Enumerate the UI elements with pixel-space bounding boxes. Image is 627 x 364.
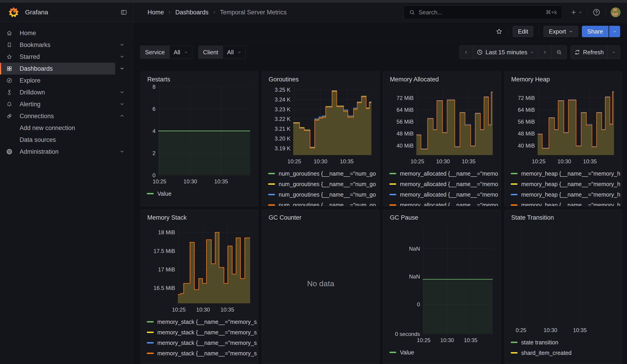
sidebar-item-connections[interactable]: Connections bbox=[0, 110, 115, 122]
legend-item[interactable]: num_goroutines {__name__="num_go bbox=[268, 179, 373, 189]
chevron-down-icon[interactable] bbox=[119, 66, 124, 71]
svg-text:10:35: 10:35 bbox=[220, 307, 234, 313]
legend-item[interactable]: memory_stack {__name__="memory_s bbox=[147, 348, 252, 359]
brand-label[interactable]: Grafana bbox=[25, 9, 48, 16]
add-button[interactable] bbox=[571, 9, 582, 15]
chevron-down-icon[interactable] bbox=[119, 149, 124, 154]
legend-item[interactable]: memory_stack {__name__="memory_s bbox=[147, 338, 252, 348]
sidebar-item-dashboards[interactable]: Dashboards bbox=[0, 63, 115, 75]
legend-item[interactable]: num_goroutines {__name__="num_go bbox=[268, 168, 373, 179]
legend-label: Value bbox=[157, 190, 171, 197]
chevron-down-icon[interactable] bbox=[119, 54, 124, 59]
memory-heap-chart[interactable]: 40 MiB48 MiB56 MiB64 MiB72 MiB10:2510:30… bbox=[511, 85, 616, 165]
legend-item[interactable]: num_goroutines {__name__="num_go bbox=[268, 189, 373, 200]
no-data-area: No data bbox=[268, 223, 373, 344]
help-button[interactable] bbox=[593, 8, 600, 16]
legend-item[interactable]: shard_item_created bbox=[511, 348, 616, 358]
service-variable-value[interactable]: All bbox=[170, 46, 192, 59]
chevron-up-icon[interactable] bbox=[119, 113, 124, 118]
sidebar-item-drilldown[interactable]: Drilldown bbox=[0, 86, 115, 98]
legend-item[interactable]: state transition bbox=[511, 337, 616, 348]
svg-text:10:35: 10:35 bbox=[340, 158, 354, 164]
zoom-out-button[interactable] bbox=[551, 46, 567, 59]
time-shift-back-button[interactable] bbox=[460, 46, 473, 59]
panel-title[interactable]: GC Pause bbox=[390, 214, 495, 221]
chevron-down-icon[interactable] bbox=[119, 42, 124, 47]
share-button[interactable]: Share bbox=[582, 26, 609, 37]
sidebar-item-administration[interactable]: Administration bbox=[0, 146, 115, 157]
client-variable: Client All bbox=[198, 46, 246, 59]
panel-title[interactable]: Goroutines bbox=[268, 76, 373, 83]
state-transition-chart[interactable]: 0:2510:3010:35 bbox=[511, 223, 616, 334]
time-range-picker[interactable]: Last 15 minutes bbox=[473, 46, 538, 59]
legend-color-dash bbox=[389, 173, 396, 174]
panel-title[interactable]: Memory Heap bbox=[511, 76, 616, 83]
legend-item[interactable]: memory_allocated {__name__="memo bbox=[389, 189, 495, 200]
legend-color-dash bbox=[511, 173, 518, 174]
export-label: Export bbox=[549, 28, 566, 35]
dashboards-grid-icon bbox=[6, 66, 12, 72]
sidebar-item-starred[interactable]: Starred bbox=[0, 51, 115, 63]
legend-color-dash bbox=[511, 352, 518, 354]
chevron-down-icon[interactable] bbox=[119, 90, 124, 95]
legend-item[interactable]: num_goroutines {__name__="num_go bbox=[268, 200, 373, 206]
grafana-logo-icon[interactable] bbox=[8, 6, 20, 18]
svg-text:10:30: 10:30 bbox=[314, 158, 327, 164]
legend-item[interactable]: Value bbox=[389, 347, 495, 358]
sidebar-item-alerting[interactable]: Alerting bbox=[0, 98, 115, 110]
svg-text:10:30: 10:30 bbox=[436, 158, 450, 164]
legend-label: Value bbox=[400, 349, 414, 356]
share-menu-button[interactable] bbox=[609, 26, 620, 37]
legend-item[interactable]: memory_heap {__name__="memory_h bbox=[511, 189, 616, 200]
svg-text:0: 0 bbox=[417, 301, 420, 308]
time-shift-forward-button[interactable] bbox=[538, 46, 551, 59]
home-icon bbox=[6, 30, 12, 36]
legend-label: num_goroutines {__name__="num_go bbox=[279, 170, 376, 177]
legend-item[interactable]: memory_allocated {__name__="memo bbox=[389, 200, 495, 206]
panel-legend: Value bbox=[147, 188, 252, 199]
svg-text:64 MiB: 64 MiB bbox=[397, 107, 414, 113]
sidebar-item-bookmarks[interactable]: Bookmarks bbox=[0, 39, 115, 51]
legend-label: memory_heap {__name__="memory_h bbox=[521, 202, 620, 207]
legend-item[interactable]: memory_stack {__name__="memory_s bbox=[147, 316, 252, 327]
legend-item[interactable]: Value bbox=[147, 188, 252, 199]
search-input[interactable]: Search... ⌘+k bbox=[404, 5, 562, 19]
breadcrumb-home[interactable]: Home bbox=[148, 9, 164, 16]
legend-item[interactable]: memory_allocated {__name__="memo bbox=[389, 179, 495, 189]
client-variable-value[interactable]: All bbox=[223, 46, 246, 59]
legend-color-dash bbox=[389, 194, 396, 195]
panel-title[interactable]: Restarts bbox=[147, 76, 252, 83]
dock-sidebar-icon[interactable] bbox=[120, 9, 127, 16]
edit-button[interactable]: Edit bbox=[513, 26, 533, 37]
svg-text:10:25: 10:25 bbox=[172, 307, 186, 313]
memory-allocated-chart[interactable]: 40 MiB48 MiB56 MiB64 MiB72 MiB10:2510:30… bbox=[389, 85, 495, 165]
panel-title[interactable]: Memory Allocated bbox=[390, 76, 495, 83]
svg-text:16.5 MiB: 16.5 MiB bbox=[154, 285, 175, 291]
sidebar-item-add-new-connection[interactable]: Add new connection bbox=[0, 122, 115, 134]
legend-item[interactable]: memory_stack {__name__="memory_s bbox=[147, 327, 252, 338]
legend-item[interactable]: memory_heap {__name__="memory_h bbox=[511, 168, 616, 179]
sidebar-item-home[interactable]: Home bbox=[0, 27, 115, 39]
dashboard-content: Edit Export Share Service All bbox=[133, 22, 627, 364]
legend-item[interactable]: memory_allocated {__name__="memo bbox=[389, 168, 495, 179]
svg-text:3.20 K: 3.20 K bbox=[275, 135, 290, 142]
goroutines-chart[interactable]: 3.19 K3.20 K3.21 K3.22 K3.23 K3.24 K3.25… bbox=[268, 85, 373, 165]
user-avatar[interactable] bbox=[611, 7, 621, 17]
legend-item[interactable]: memory_heap {__name__="memory_h bbox=[511, 179, 616, 189]
search-icon bbox=[409, 9, 415, 15]
refresh-interval-button[interactable] bbox=[607, 46, 620, 59]
favorite-star-icon[interactable] bbox=[496, 28, 503, 35]
panel-title[interactable]: State Transition bbox=[511, 214, 616, 221]
legend-item[interactable]: memory_heap {__name__="memory_h bbox=[511, 200, 616, 206]
refresh-button[interactable]: Refresh bbox=[571, 46, 607, 59]
restarts-chart[interactable]: 0246810:2510:3010:35 bbox=[147, 85, 252, 185]
gc-pause-chart[interactable]: NaNNaN00 seconds10:2510:3010:35 bbox=[389, 223, 495, 344]
chevron-down-icon[interactable] bbox=[119, 102, 124, 106]
panel-title[interactable]: GC Counter bbox=[268, 214, 373, 221]
panel-title[interactable]: Memory Stack bbox=[147, 214, 252, 221]
memory-stack-chart[interactable]: 16.5 MiB17 MiB17.5 MiB18 MiB10:2510:3010… bbox=[147, 223, 252, 313]
sidebar-item-explore[interactable]: Explore bbox=[0, 75, 115, 86]
breadcrumb-dashboards[interactable]: Dashboards bbox=[175, 9, 209, 16]
sidebar-item-data-sources[interactable]: Data sources bbox=[0, 134, 115, 146]
export-button[interactable]: Export bbox=[544, 26, 578, 37]
